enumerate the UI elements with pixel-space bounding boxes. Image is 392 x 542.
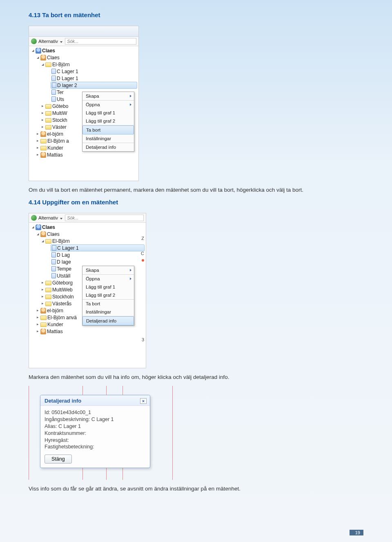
folder-icon xyxy=(40,323,47,327)
menu-graf1[interactable]: Lägg till graf 1 xyxy=(82,283,134,291)
search-input[interactable] xyxy=(65,215,144,221)
alternativ-dropdown[interactable]: Alternativ xyxy=(38,215,62,220)
dialog-detaljerad-info: Detaljerad info × Id: 0501e43d4c00_1 Ing… xyxy=(40,395,150,468)
tree-node[interactable]: MultiW xyxy=(52,110,67,116)
tree-node[interactable]: Claes xyxy=(47,231,60,237)
person-icon xyxy=(40,131,46,137)
person-icon xyxy=(36,224,41,230)
info-ingang: Ingångsbeskrivning: C Lager 1 xyxy=(45,416,146,423)
tree-node[interactable]: D Lager 1 xyxy=(57,76,78,81)
folder-icon xyxy=(45,111,51,116)
person-icon xyxy=(36,48,41,54)
tree-node-selected[interactable]: D lager 2 xyxy=(57,83,77,88)
menu-graf1[interactable]: Lägg till graf 1 xyxy=(82,109,134,117)
tree-node[interactable]: C Lager 1 xyxy=(57,69,78,74)
tree-node[interactable]: D lage xyxy=(57,259,71,265)
tree-node[interactable]: Tempe xyxy=(57,266,71,272)
tree-node[interactable]: Mattias xyxy=(47,152,63,158)
refresh-icon[interactable] xyxy=(31,38,37,44)
file-icon xyxy=(51,266,56,271)
tree-node[interactable]: D Lag xyxy=(57,252,70,258)
folder-icon xyxy=(40,139,47,143)
dialog-title: Detaljerad info xyxy=(45,398,81,404)
tree-node[interactable]: El-Björn a xyxy=(47,138,69,144)
tree-node-selected[interactable]: C Lager 1 xyxy=(57,245,79,251)
menu-skapa[interactable]: Skapa xyxy=(82,266,134,275)
folder-icon xyxy=(45,63,51,67)
stang-button[interactable]: Stäng xyxy=(45,455,72,464)
toolbar-2: Alternativ xyxy=(29,213,146,223)
menu-installningar[interactable]: Inställningar xyxy=(82,134,134,143)
person-icon xyxy=(40,308,46,314)
red-dot-icon xyxy=(142,259,144,262)
file-icon xyxy=(51,252,56,258)
chevron-right-icon xyxy=(130,103,131,106)
file-icon xyxy=(52,83,56,88)
screenshot-2: Alternativ Z C 3 Claes Claes El-Björn C … xyxy=(29,213,146,368)
tree-node[interactable]: Göteborg xyxy=(52,280,73,286)
file-icon xyxy=(51,273,56,278)
tree-node[interactable]: Ter xyxy=(57,90,64,95)
tree-node[interactable]: El-Björn xyxy=(52,238,70,244)
menu-skapa[interactable]: Skapa xyxy=(82,92,134,101)
tree-node[interactable]: MultiWeb xyxy=(52,287,73,293)
file-icon xyxy=(52,245,56,251)
tree-node[interactable]: Uts xyxy=(57,96,64,102)
file-icon xyxy=(51,69,56,74)
info-alias: Alias: C Lager 1 xyxy=(45,423,146,430)
tree-node[interactable]: Utställ xyxy=(57,273,70,279)
tree-node[interactable]: Stockholn xyxy=(52,294,74,300)
tree-node[interactable]: Väster xyxy=(52,124,67,130)
info-id: Id: 0501e43d4c00_1 xyxy=(45,409,146,416)
tree-node[interactable]: Kunder xyxy=(47,322,63,327)
tree-node[interactable]: Götebo xyxy=(52,103,68,109)
menu-tabort[interactable]: Ta bort xyxy=(82,300,134,308)
menu-installningar[interactable]: Inställningar xyxy=(82,308,134,316)
menu-tabort[interactable]: Ta bort xyxy=(82,125,134,134)
screenshot-1: Alternativ Claes Claes El-Björn C Lager … xyxy=(29,26,139,181)
tree-node[interactable]: Claes xyxy=(47,55,60,60)
search-input[interactable] xyxy=(65,38,136,45)
folder-icon xyxy=(40,146,47,150)
menu-oppna[interactable]: Öppna xyxy=(82,101,134,109)
context-menu-1: Skapa Öppna Lägg till graf 1 Lägg till g… xyxy=(82,92,134,152)
tree-node[interactable]: El-Björn xyxy=(52,62,70,67)
screenshot-3: Detaljerad info × Id: 0501e43d4c00_1 Ing… xyxy=(25,386,180,480)
heading-4-14: 4.14 Uppgifter om en mätenhet xyxy=(29,199,363,206)
folder-icon xyxy=(45,302,51,306)
folder-icon xyxy=(45,104,51,109)
tree-node[interactable]: Västerås xyxy=(52,301,71,307)
file-icon xyxy=(51,76,56,81)
tree-node[interactable]: Mattias xyxy=(47,329,63,334)
tree-node[interactable]: Claes xyxy=(42,224,55,230)
tree-node[interactable]: Claes xyxy=(42,48,55,54)
person-icon xyxy=(40,152,46,158)
menu-graf2[interactable]: Lägg till graf 2 xyxy=(82,291,134,300)
tree-node[interactable]: el-björn xyxy=(47,308,63,314)
tree-node[interactable]: Kunder xyxy=(47,145,63,151)
tree-node[interactable]: El-Björn anvä xyxy=(47,315,77,320)
person-icon xyxy=(40,55,46,60)
tree-node[interactable]: el-björn xyxy=(47,131,63,137)
folder-icon xyxy=(45,288,51,292)
menu-graf2[interactable]: Lägg till graf 2 xyxy=(82,117,134,125)
tree-node[interactable]: Stockh xyxy=(52,117,67,123)
folder-icon xyxy=(45,239,51,244)
edge-number-3: 3 xyxy=(142,337,144,342)
menu-detaljerad[interactable]: Detaljerad info xyxy=(82,143,134,151)
toolbar-1: Alternativ xyxy=(29,37,138,46)
close-icon[interactable]: × xyxy=(140,398,147,404)
info-kontrakt: Kontraktsnummer: xyxy=(45,430,146,437)
body-text-3: Viss info som du får se går att ändra, s… xyxy=(29,486,363,492)
edge-letter-z: Z xyxy=(141,236,144,241)
refresh-icon[interactable] xyxy=(31,215,37,221)
chevron-right-icon xyxy=(130,278,131,280)
info-hyresgast: Hyresgäst: xyxy=(45,437,146,444)
alternativ-dropdown[interactable]: Alternativ xyxy=(38,39,62,44)
folder-icon xyxy=(45,118,51,123)
file-icon xyxy=(51,90,56,95)
folder-icon xyxy=(45,125,51,130)
chevron-right-icon xyxy=(130,269,131,271)
menu-oppna[interactable]: Öppna xyxy=(82,275,134,283)
menu-detaljerad[interactable]: Detaljerad info xyxy=(82,316,134,325)
